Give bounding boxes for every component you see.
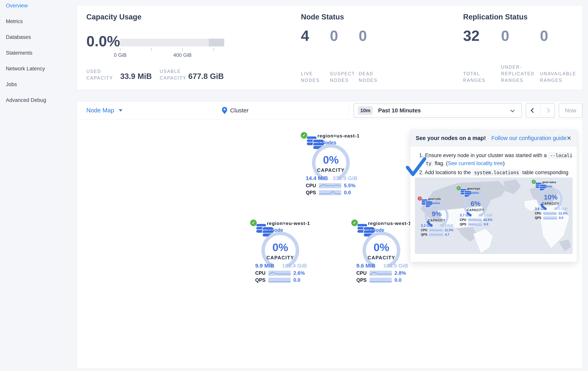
live-nodes-label: LIVE NODES	[301, 62, 320, 84]
capacity-usage-percent: 0.0%	[86, 33, 120, 50]
chevron-down-icon	[510, 108, 515, 112]
qps-value: 0.0	[559, 216, 567, 220]
sidebar-item-network-latency[interactable]: Network Latency	[0, 61, 77, 77]
capacity-gauge-percent: 6%	[463, 200, 488, 208]
capacity-gauge-caption: CAPACITY	[361, 255, 402, 261]
cpu-sparkline	[268, 271, 291, 276]
region-name: region=us-west-1	[368, 221, 411, 226]
cpu-value: 2.8%	[394, 270, 408, 276]
cpu-sparkline	[319, 183, 341, 188]
cpu-label: CPU	[306, 183, 316, 188]
capacity-gauge-caption: CAPACITY	[260, 255, 301, 261]
db-console-overview-page: Overview Metrics Databases Statements Ne…	[0, 0, 588, 371]
region-total-capacity: 169.4 GiB	[282, 263, 307, 269]
check-icon: ✓	[353, 220, 356, 225]
region-name: geo=nyc	[467, 187, 480, 190]
capacity-gauge-percent: 0%	[361, 241, 402, 254]
map-region-card-geo-nyc: ✓ geo=nyc 2 Nodes 6% CAPACITY 3.7 GiB 65…	[455, 186, 493, 229]
region-name: region=us-east-1	[317, 133, 360, 139]
sidebar-item-jobs[interactable]: Jobs	[0, 77, 77, 92]
check-icon: ✓	[458, 187, 460, 190]
live-nodes-count: 4	[301, 28, 309, 43]
step-text: )	[503, 160, 505, 166]
qps-label: QPS	[255, 277, 266, 283]
configuration-guide-link[interactable]: Follow our configuration guide	[491, 135, 567, 141]
region-healthy-badge: ✓	[301, 132, 307, 139]
region-used-capacity: 9.6 MiB	[356, 263, 375, 269]
region-card-eu-west-1: ✓ region=eu-west-1 1 Node 0% CAPACITY 9.…	[248, 219, 308, 287]
region-used-capacity: 14.4 MiB	[306, 175, 328, 181]
capacity-usage-bar	[120, 39, 224, 46]
replication-status-title: Replication Status	[463, 13, 528, 21]
qps-label: QPS	[306, 190, 316, 196]
map-region-card-geo-sfo: 1 geo=sfo 2 Nodes 9% CAPACITY 3.2 GiB 35…	[416, 196, 454, 239]
time-range-selector[interactable]: 10m Past 10 Minutes	[354, 103, 522, 118]
cpu-sparkline	[543, 212, 557, 215]
step-text: Ensure every node in your cluster was st…	[425, 153, 548, 158]
sidebar-item-overview[interactable]: Overview	[0, 0, 77, 14]
qps-label: QPS	[460, 222, 466, 226]
usable-capacity-label: USABLE CAPACITY	[160, 68, 186, 81]
region-name: region=eu-west-1	[267, 221, 310, 226]
capacity-usage-title: Capacity Usage	[86, 13, 141, 21]
time-range-next-button[interactable]	[540, 103, 555, 117]
sidebar-item-metrics[interactable]: Metrics	[0, 14, 77, 29]
example-node-map: 1 geo=sfo 2 Nodes 9% CAPACITY 3.2 GiB 35…	[415, 177, 573, 254]
cpu-sparkline	[369, 271, 392, 276]
qps-sparkline	[369, 278, 392, 283]
region-name: geo=sfo	[428, 197, 441, 201]
breadcrumb-cluster-label: Cluster	[230, 107, 249, 114]
sidebar-item-statements[interactable]: Statements	[0, 45, 77, 61]
region-name: geo=ams	[542, 180, 556, 184]
under-replicated-ranges-label: UNDER- REPLICATED RANGES	[501, 62, 535, 84]
region-healthy-badge: ✓	[351, 219, 358, 226]
sidebar-item-databases[interactable]: Databases	[0, 29, 77, 45]
locality-tree-link[interactable]: See current locality tree	[448, 160, 503, 166]
suspect-nodes-label: SUSPECT NODES	[330, 62, 355, 84]
capacity-axis-tick	[120, 48, 120, 51]
qps-value: 0.0	[344, 190, 357, 196]
capacity-axis-label-400: 400 GiB	[167, 52, 198, 58]
capacity-gauge-caption: CAPACITY	[463, 208, 488, 212]
capacity-gauge-caption: CAPACITY	[310, 167, 351, 173]
step-text: Add locations to the	[425, 170, 472, 175]
view-mode-dropdown[interactable]: Node Map	[86, 102, 122, 119]
under-replicated-ranges-count: 0	[501, 28, 509, 43]
sidebar-item-advanced-debug[interactable]: Advanced Debug	[0, 92, 77, 108]
unavailable-ranges-label: UNAVAILABLE RANGES	[540, 62, 576, 84]
qps-sparkline	[543, 216, 557, 219]
node-map-config-popup: See your nodes on a map! Follow our conf…	[410, 130, 577, 262]
time-range-badge: 10m	[358, 106, 373, 115]
dead-nodes-count: 0	[359, 28, 367, 43]
region-used-capacity: 9.9 MiB	[255, 263, 274, 269]
region-used-capacity: 3.6 GiB	[535, 207, 547, 211]
cpu-sparkline	[429, 229, 443, 232]
time-range-pager	[526, 103, 555, 118]
cpu-label: CPU	[356, 270, 367, 276]
qps-sparkline	[429, 233, 443, 236]
qps-sparkline	[468, 223, 482, 226]
qps-sparkline	[319, 190, 341, 195]
used-capacity-label: USED CAPACITY	[86, 68, 113, 81]
check-icon: ✓	[302, 133, 306, 138]
now-button[interactable]: Now	[559, 103, 582, 118]
capacity-gauge-percent: 0%	[260, 241, 301, 254]
capacity-gauge-caption: CAPACITY	[424, 219, 450, 222]
capacity-axis-tick	[213, 48, 214, 51]
region-warning-badge: 1	[418, 196, 422, 200]
cpu-value: 11.0%	[445, 228, 454, 232]
cpu-label: CPU	[535, 212, 542, 215]
popup-title: See your nodes on a map!	[416, 135, 486, 141]
capacity-axis-tick	[182, 48, 183, 51]
region-total-capacity: 65.7 GiB	[479, 213, 493, 217]
qps-label: QPS	[535, 216, 542, 219]
usable-capacity-value: 677.8 GiB	[188, 72, 224, 81]
warning-count: 1	[419, 197, 420, 200]
system-locations-code: system.locations	[472, 170, 521, 176]
region-total-capacity: 169.5 GiB	[383, 263, 408, 269]
check-icon: ✓	[252, 220, 255, 225]
close-icon[interactable]: ✕	[567, 135, 571, 142]
time-range-prev-button[interactable]	[526, 103, 540, 117]
qps-value: 0.0	[484, 222, 492, 226]
step-text: flag. (	[433, 160, 448, 166]
